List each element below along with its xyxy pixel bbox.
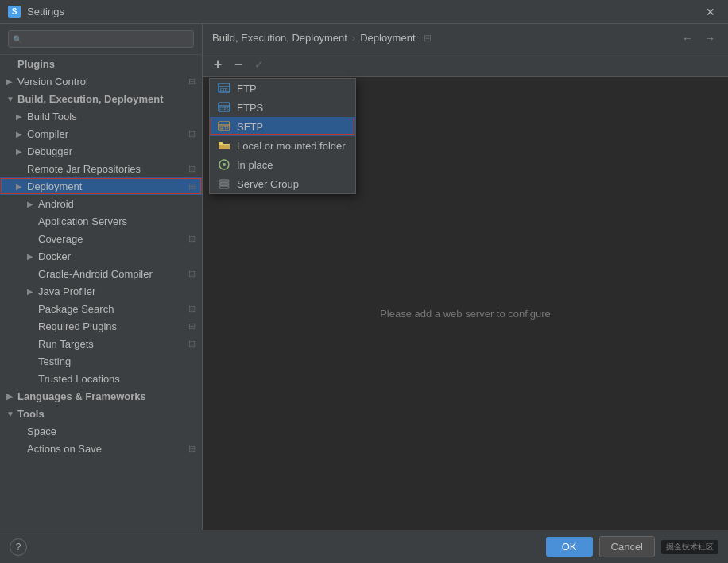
settings-icon: ⊞ (188, 129, 196, 139)
help-button[interactable]: ? (10, 538, 27, 556)
sidebar-item-label: Tools (17, 408, 196, 420)
sidebar: Plugins ▶ Version Control ⊞ ▼ Build, Exe… (0, 24, 203, 530)
dropdown-item-ftps[interactable]: FTPS FTPS (210, 98, 355, 117)
sidebar-item-application-servers[interactable]: Application Servers (0, 212, 202, 230)
sidebar-item-label: Java Profiler (38, 285, 196, 297)
sidebar-item-testing[interactable]: Testing (0, 352, 202, 370)
sidebar-item-actions-on-save[interactable]: Actions on Save ⊞ (0, 440, 202, 457)
sidebar-item-label: Languages & Frameworks (17, 390, 196, 402)
dropdown-item-label: FTPS (237, 102, 263, 114)
dropdown-item-ftp[interactable]: FTP FTP (210, 79, 355, 98)
svg-rect-12 (219, 183, 229, 185)
sidebar-item-label: Deployment (27, 181, 188, 192)
arrow-icon: ▶ (6, 392, 17, 401)
dropdown-item-label: FTP (237, 83, 257, 95)
search-input[interactable] (8, 30, 194, 48)
svg-rect-13 (219, 186, 229, 188)
placeholder-text: Please add a web server to configure (380, 308, 551, 320)
settings-icon: ⊞ (188, 321, 196, 332)
dropdown-item-server-group[interactable]: Server Group (210, 174, 355, 193)
breadcrumb-separator: › (352, 32, 355, 44)
sidebar-item-docker[interactable]: ▶ Docker (0, 247, 202, 265)
arrow-icon: ▼ (6, 95, 17, 103)
close-button[interactable]: ✕ (701, 4, 720, 20)
sidebar-item-required-plugins[interactable]: Required Plugins ⊞ (0, 317, 202, 335)
svg-text:FTP: FTP (220, 87, 228, 92)
sidebar-item-label: Run Targets (38, 338, 188, 350)
sidebar-item-build-tools[interactable]: ▶ Build Tools (0, 107, 202, 125)
sidebar-item-compiler[interactable]: ▶ Compiler ⊞ (0, 125, 202, 142)
add-server-dropdown: FTP FTP FTPS (209, 78, 356, 194)
sidebar-item-label: Plugins (17, 58, 196, 70)
in-place-icon (218, 158, 230, 171)
svg-text:FTPS: FTPS (219, 107, 229, 111)
svg-text:SFTP: SFTP (219, 126, 229, 130)
breadcrumb: Build, Execution, Deployment › Deploymen… (212, 32, 432, 44)
sidebar-item-label: Compiler (27, 128, 188, 140)
sidebar-item-languages-frameworks[interactable]: ▶ Languages & Frameworks (0, 387, 202, 405)
arrow-icon: ▶ (16, 112, 27, 121)
settings-icon: ⊞ (188, 181, 196, 192)
sidebar-item-label: Coverage (38, 233, 188, 245)
sidebar-item-gradle-android[interactable]: Gradle-Android Compiler ⊞ (0, 265, 202, 282)
sidebar-item-package-search[interactable]: Package Search ⊞ (0, 300, 202, 317)
dropdown-item-label: SFTP (237, 121, 263, 133)
arrow-icon: ▶ (27, 200, 38, 208)
arrow-icon: ▶ (16, 182, 27, 191)
arrow-icon: ▶ (27, 252, 38, 261)
sidebar-item-debugger[interactable]: ▶ Debugger (0, 142, 202, 160)
arrow-icon: ▶ (27, 287, 38, 296)
panel-nav: ← → (679, 30, 718, 46)
svg-point-10 (223, 163, 226, 166)
sidebar-item-label: Gradle-Android Compiler (38, 268, 188, 280)
nav-forward-button[interactable]: → (701, 30, 718, 46)
right-panel: Build, Execution, Deployment › Deploymen… (203, 24, 728, 530)
content-area: + − ✓ FTP FTP (203, 52, 728, 530)
breadcrumb-part1: Build, Execution, Deployment (212, 32, 347, 44)
nav-back-button[interactable]: ← (679, 30, 696, 46)
server-group-icon (218, 177, 230, 190)
sidebar-item-coverage[interactable]: Coverage ⊞ (0, 230, 202, 247)
title-bar: S Settings ✕ (0, 0, 728, 24)
apply-button[interactable]: ✓ (250, 56, 268, 73)
sidebar-item-label: Android (38, 198, 196, 210)
search-box (0, 24, 202, 55)
sidebar-item-plugins[interactable]: Plugins (0, 55, 202, 72)
sidebar-item-java-profiler[interactable]: ▶ Java Profiler (0, 282, 202, 300)
sidebar-item-run-targets[interactable]: Run Targets ⊞ (0, 335, 202, 352)
ok-button[interactable]: OK (546, 537, 593, 557)
arrow-icon: ▶ (16, 147, 27, 156)
settings-icon: ⊞ (188, 164, 196, 174)
sidebar-item-android[interactable]: ▶ Android (0, 195, 202, 212)
sidebar-item-remote-jar[interactable]: Remote Jar Repositories ⊞ (0, 160, 202, 177)
dropdown-item-in-place[interactable]: In place (210, 155, 355, 174)
settings-icon: ⊞ (188, 234, 196, 244)
sidebar-item-space[interactable]: Space (0, 422, 202, 440)
sidebar-item-label: Application Servers (38, 215, 196, 227)
sidebar-item-label: Package Search (38, 303, 188, 315)
folder-icon (218, 139, 230, 152)
ftps-icon: FTPS (218, 101, 230, 114)
dropdown-item-label: Local or mounted folder (237, 140, 346, 152)
sidebar-item-label: Build, Execution, Deployment (17, 93, 196, 105)
panel-header: Build, Execution, Deployment › Deploymen… (203, 24, 728, 52)
cancel-button[interactable]: Cancel (599, 536, 655, 557)
sidebar-item-label: Trusted Locations (38, 373, 196, 385)
dropdown-item-local-folder[interactable]: Local or mounted folder (210, 136, 355, 155)
sidebar-item-build-execution[interactable]: ▼ Build, Execution, Deployment (0, 90, 202, 107)
app-icon: S (8, 6, 21, 18)
watermark: 掘金技术社区 (661, 540, 718, 554)
settings-icon: ⊞ (188, 339, 196, 349)
sidebar-item-label: Testing (38, 355, 196, 367)
sidebar-item-version-control[interactable]: ▶ Version Control ⊞ (0, 72, 202, 90)
sidebar-item-deployment[interactable]: ▶ Deployment ⊞ (0, 177, 202, 195)
sidebar-item-tools[interactable]: ▼ Tools (0, 405, 202, 422)
add-button[interactable]: + (209, 56, 227, 73)
remove-button[interactable]: − (230, 56, 247, 73)
sidebar-item-trusted-locations[interactable]: Trusted Locations (0, 370, 202, 387)
arrow-icon: ▼ (6, 410, 17, 418)
ftp-icon: FTP (218, 82, 230, 95)
panel-toolbar: + − ✓ FTP FTP (203, 52, 728, 77)
dropdown-item-sftp[interactable]: SFTP SFTP (210, 117, 355, 136)
search-wrapper (8, 30, 194, 48)
